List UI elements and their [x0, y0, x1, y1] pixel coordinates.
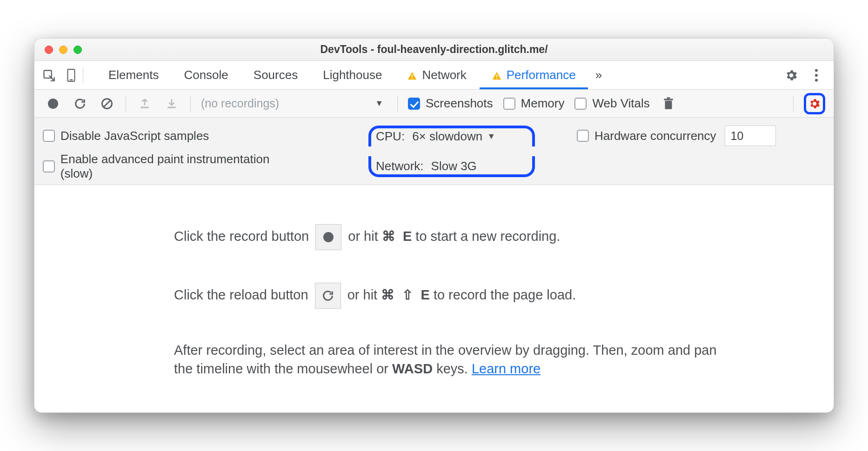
svg-rect-6	[496, 78, 497, 79]
minimize-window-button[interactable]	[59, 46, 67, 54]
settings-icon[interactable]	[781, 65, 802, 86]
network-throttle-select[interactable]: Slow 3G	[431, 159, 477, 173]
divider	[397, 96, 398, 112]
cpu-throttle-highlight: CPU: 6× slowdown ▼	[368, 126, 535, 146]
memory-checkbox[interactable]: Memory	[503, 96, 565, 111]
recordings-select[interactable]: (no recordings) ▼	[201, 97, 387, 110]
divider	[190, 96, 191, 112]
svg-point-18	[323, 232, 334, 242]
performance-toolbar: (no recordings) ▼ Screenshots Memory Web…	[34, 90, 834, 118]
svg-point-9	[815, 79, 818, 81]
divider	[793, 96, 794, 112]
svg-line-12	[104, 100, 110, 107]
devtools-tabs: Elements Console Sources Lighthouse Netw…	[34, 61, 834, 90]
zoom-window-button[interactable]	[73, 46, 82, 54]
svg-rect-17	[667, 97, 670, 99]
record-button[interactable]	[45, 95, 61, 112]
svg-rect-16	[664, 99, 673, 100]
capture-settings-button[interactable]	[804, 93, 825, 114]
cpu-throttle-select[interactable]: 6× slowdown ▼	[412, 129, 495, 144]
record-icon	[315, 224, 341, 250]
save-profile-button[interactable]	[163, 95, 180, 112]
titlebar: DevTools - foul-heavenly-direction.glitc…	[34, 39, 834, 61]
tab-sources[interactable]: Sources	[241, 61, 310, 89]
svg-point-7	[815, 69, 818, 72]
svg-rect-13	[140, 106, 148, 108]
screenshots-checkbox[interactable]: Screenshots	[408, 96, 493, 111]
warning-icon	[407, 70, 417, 80]
close-window-button[interactable]	[45, 46, 53, 54]
reload-icon	[315, 283, 341, 309]
window-title: DevTools - foul-heavenly-direction.glitc…	[34, 43, 834, 56]
clear-button[interactable]	[99, 95, 115, 112]
webvitals-checkbox[interactable]: Web Vitals	[574, 96, 649, 111]
hardware-concurrency-input[interactable]: 10	[725, 126, 776, 146]
kebab-menu-icon[interactable]	[806, 65, 827, 86]
inspect-icon[interactable]	[38, 65, 60, 86]
tabs-overflow[interactable]: »	[589, 61, 608, 89]
tab-lighthouse[interactable]: Lighthouse	[311, 61, 394, 89]
chevron-down-icon: ▼	[375, 99, 383, 108]
divider	[83, 67, 83, 83]
instructions: Click the record button or hit ⌘ E to st…	[34, 185, 834, 412]
svg-rect-3	[412, 74, 413, 77]
tab-console[interactable]: Console	[172, 61, 240, 89]
svg-rect-15	[665, 100, 672, 109]
window-controls	[34, 46, 82, 54]
svg-rect-4	[412, 78, 413, 79]
chevron-down-icon: ▼	[487, 132, 495, 141]
network-throttle-highlight: Network: Slow 3G	[368, 156, 535, 177]
devtools-window: DevTools - foul-heavenly-direction.glitc…	[34, 38, 834, 412]
hardware-concurrency-checkbox[interactable]: Hardware concurrency	[577, 129, 716, 143]
device-toggle-icon[interactable]	[60, 65, 82, 86]
reload-button[interactable]	[72, 95, 88, 112]
disable-js-samples-checkbox[interactable]: Disable JavaScript samples	[43, 129, 209, 143]
after-instruction: After recording, select an area of inter…	[174, 341, 728, 378]
cpu-throttle-label: CPU:	[376, 129, 405, 144]
capture-settings-panel: Disable JavaScript samples CPU: 6× slowd…	[34, 118, 834, 185]
svg-point-10	[48, 99, 58, 109]
load-profile-button[interactable]	[136, 95, 153, 112]
svg-rect-14	[167, 106, 175, 108]
record-instruction: Click the record button or hit ⌘ E to st…	[174, 224, 806, 250]
garbage-collect-button[interactable]	[660, 95, 677, 112]
advanced-paint-checkbox[interactable]: Enable advanced paint instrumentation (s…	[43, 152, 303, 181]
svg-point-8	[815, 74, 818, 77]
divider	[126, 96, 126, 112]
svg-rect-5	[496, 74, 497, 77]
network-throttle-label: Network:	[376, 159, 424, 173]
learn-more-link[interactable]: Learn more	[472, 361, 541, 376]
reload-instruction: Click the reload button or hit ⌘ ⇧ E to …	[174, 283, 806, 309]
tab-network[interactable]: Network	[395, 61, 478, 89]
tab-elements[interactable]: Elements	[96, 61, 171, 89]
tab-performance[interactable]: Performance	[480, 61, 588, 89]
warning-icon	[492, 70, 502, 80]
